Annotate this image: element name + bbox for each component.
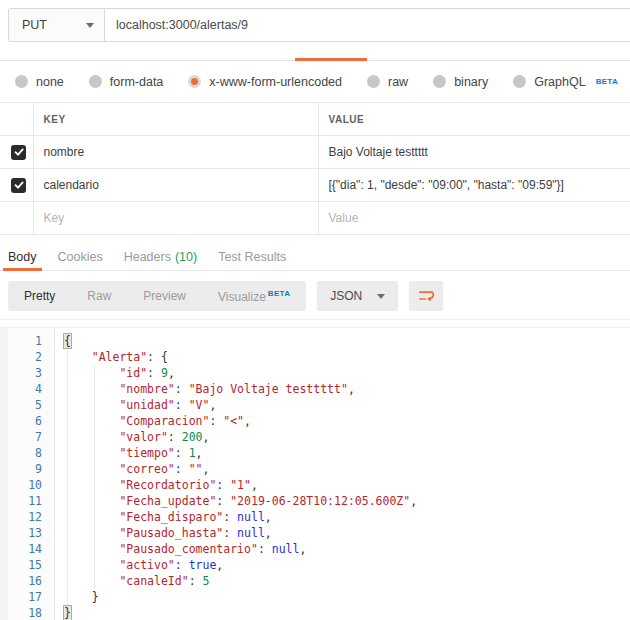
response-tabs: Body Cookies Headers (10) Test Results: [0, 243, 630, 271]
radio-selected-icon: [188, 75, 201, 88]
code-line: 13 "Pausado_hasta": null,: [0, 525, 630, 541]
beta-badge: BETA: [268, 289, 290, 298]
tab-headers[interactable]: Headers (10): [124, 243, 197, 270]
key-column-header: KEY: [33, 103, 318, 136]
headers-count-badge: (10): [175, 250, 197, 264]
view-mode-segmented-control: Pretty Raw Preview VisualizeBETA: [8, 281, 306, 311]
code-line: 14 "Pausado_comentario": null,: [0, 541, 630, 557]
code-line: 5 "unidad": "V",: [0, 397, 630, 413]
view-pretty[interactable]: Pretty: [24, 289, 55, 303]
code-line: 4 "nombre": "Bajo Voltaje testtttt",: [0, 381, 630, 397]
mode-none[interactable]: none: [15, 75, 64, 89]
radio-icon: [367, 75, 380, 88]
language-dropdown[interactable]: JSON: [317, 281, 398, 311]
line-number: 1: [0, 333, 55, 349]
code-line: 17 }: [0, 589, 630, 605]
code-line: 15 "activo": true,: [0, 557, 630, 573]
url-text: localhost:3000/alertas/9: [116, 18, 248, 32]
wrap-lines-button[interactable]: [409, 281, 443, 311]
tab-test-results[interactable]: Test Results: [218, 243, 286, 270]
line-number: 13: [0, 525, 55, 541]
code-line: 12 "Fecha_disparo": null,: [0, 509, 630, 525]
radio-icon: [433, 75, 446, 88]
active-tab-indicator: [295, 58, 367, 61]
checkbox-checked[interactable]: [11, 178, 26, 193]
code-line: 10 "Recordatorio": "1",: [0, 477, 630, 493]
method-dropdown[interactable]: PUT: [9, 9, 105, 41]
table-row: nombre Bajo Voltaje testtttt: [0, 136, 630, 169]
tab-cookies[interactable]: Cookies: [58, 243, 103, 270]
view-preview[interactable]: Preview: [143, 289, 186, 303]
code-line: 8 "tiempo": 1,: [0, 445, 630, 461]
line-number: 8: [0, 445, 55, 461]
param-key-placeholder[interactable]: Key: [33, 202, 318, 235]
line-number: 16: [0, 573, 55, 589]
line-number: 11: [0, 493, 55, 509]
wrap-lines-icon: [418, 288, 435, 304]
param-value-placeholder[interactable]: Value: [318, 202, 630, 235]
view-raw[interactable]: Raw: [87, 289, 111, 303]
mode-binary[interactable]: binary: [433, 75, 488, 89]
params-header-row: KEY VALUE: [0, 103, 630, 136]
line-number: 10: [0, 477, 55, 493]
code-line: 2 "Alerta": {: [0, 349, 630, 365]
tab-body[interactable]: Body: [8, 243, 37, 270]
code-line: 3 "id": 9,: [0, 365, 630, 381]
radio-icon: [89, 75, 102, 88]
chevron-down-icon: [86, 23, 94, 28]
mode-x-www-form-urlencoded[interactable]: x-www-form-urlencoded: [188, 75, 342, 89]
line-number: 7: [0, 429, 55, 445]
code-line: 7 "valor": 200,: [0, 429, 630, 445]
mode-graphql[interactable]: GraphQL BETA: [513, 75, 618, 89]
chevron-down-icon: [377, 294, 385, 299]
line-number: 17: [0, 589, 55, 605]
line-number: 2: [0, 349, 55, 365]
param-value-cell[interactable]: [{"dia": 1, "desde": "09:00", "hasta": "…: [318, 169, 630, 202]
line-number: 3: [0, 365, 55, 381]
mode-raw[interactable]: raw: [367, 75, 408, 89]
view-visualize[interactable]: VisualizeBETA: [218, 289, 290, 304]
response-view-toolbar: Pretty Raw Preview VisualizeBETA JSON: [8, 281, 630, 311]
body-mode-row: none form-data x-www-form-urlencoded raw…: [0, 61, 630, 102]
line-number: 12: [0, 509, 55, 525]
line-number: 15: [0, 557, 55, 573]
line-number: 14: [0, 541, 55, 557]
code-line: 1{: [0, 333, 630, 349]
response-body-editor[interactable]: 1{2 "Alerta": {3 "id": 9,4 "nombre": "Ba…: [0, 327, 630, 620]
line-number: 9: [0, 461, 55, 477]
param-key-cell[interactable]: nombre: [33, 136, 318, 169]
code-line: 16 "canaleId": 5: [0, 573, 630, 589]
url-input[interactable]: localhost:3000/alertas/9: [105, 9, 630, 41]
value-column-header: VALUE: [318, 103, 630, 136]
checkmark-icon: [14, 180, 24, 190]
table-row-placeholder: Key Value: [0, 202, 630, 235]
param-key-cell[interactable]: calendario: [33, 169, 318, 202]
code-line: 11 "Fecha_update": "2019-06-28T10:12:05.…: [0, 493, 630, 509]
code-lines: 1{2 "Alerta": {3 "id": 9,4 "nombre": "Ba…: [0, 328, 630, 620]
param-value-cell[interactable]: Bajo Voltaje testtttt: [318, 136, 630, 169]
radio-icon: [513, 75, 526, 88]
beta-badge: BETA: [596, 77, 618, 86]
divider: [0, 319, 630, 320]
line-number: 6: [0, 413, 55, 429]
request-url-bar: PUT localhost:3000/alertas/9: [8, 8, 630, 42]
request-tabs-strip: [0, 42, 630, 61]
mode-form-data[interactable]: form-data: [89, 75, 164, 89]
checkmark-icon: [14, 147, 24, 157]
params-table: KEY VALUE nombre Bajo Voltaje testtttt c…: [0, 102, 630, 235]
code-line: 18}: [0, 605, 630, 620]
line-number: 5: [0, 397, 55, 413]
code-line: 6 "Comparacion": "<",: [0, 413, 630, 429]
line-number: 18: [0, 605, 55, 620]
line-number: 4: [0, 381, 55, 397]
checkbox-checked[interactable]: [11, 145, 26, 160]
code-line: 9 "correo": "",: [0, 461, 630, 477]
radio-icon: [15, 75, 28, 88]
method-label: PUT: [22, 18, 47, 32]
table-row: calendario [{"dia": 1, "desde": "09:00",…: [0, 169, 630, 202]
